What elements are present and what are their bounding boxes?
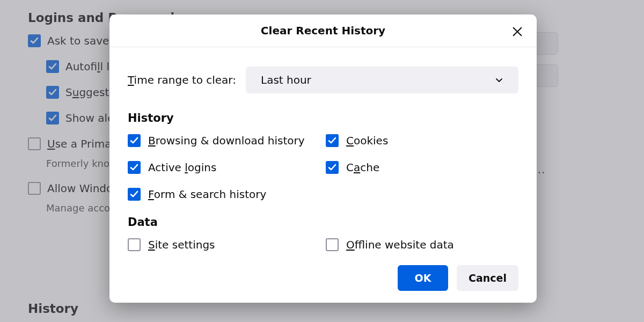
time-range-label: Time range to clear: bbox=[128, 74, 236, 86]
close-button[interactable] bbox=[510, 24, 525, 39]
history-checks-grid: Browsing & download history Cookies Acti… bbox=[128, 134, 518, 201]
checkbox-active-logins[interactable] bbox=[128, 161, 141, 174]
check-item-site-settings: Site settings bbox=[128, 238, 320, 251]
check-item-form: Form & search history bbox=[128, 188, 320, 201]
checkbox-form[interactable] bbox=[128, 188, 141, 201]
chevron-down-icon bbox=[495, 76, 503, 84]
check-item-cookies: Cookies bbox=[326, 134, 518, 147]
dialog-header: Clear Recent History bbox=[109, 14, 537, 47]
check-item-cache: Cache bbox=[326, 161, 518, 174]
check-label: Offline website data bbox=[346, 238, 454, 251]
checkbox-offline-data[interactable] bbox=[326, 238, 339, 251]
clear-history-dialog: Clear Recent History Time range to clear… bbox=[109, 14, 537, 303]
group-title-history: History bbox=[128, 112, 518, 125]
check-label: Form & search history bbox=[148, 188, 266, 201]
check-label: Cookies bbox=[346, 134, 388, 147]
group-title-data: Data bbox=[128, 216, 518, 229]
check-label: Active logins bbox=[148, 161, 216, 174]
checkbox-cache[interactable] bbox=[326, 161, 339, 174]
time-range-value: Last hour bbox=[261, 74, 311, 86]
ok-button[interactable]: OK bbox=[398, 265, 448, 291]
check-label: Site settings bbox=[148, 238, 215, 251]
checkbox-cookies[interactable] bbox=[326, 134, 339, 147]
dialog-title: Clear Recent History bbox=[261, 24, 385, 37]
checkbox-browsing[interactable] bbox=[128, 134, 141, 147]
check-label: Cache bbox=[346, 161, 379, 174]
time-range-row: Time range to clear: Last hour bbox=[128, 67, 518, 93]
checkbox-site-settings[interactable] bbox=[128, 238, 141, 251]
cancel-button[interactable]: Cancel bbox=[457, 265, 518, 291]
check-item-browsing: Browsing & download history bbox=[128, 134, 320, 147]
check-item-active-logins: Active logins bbox=[128, 161, 320, 174]
check-label: Browsing & download history bbox=[148, 134, 305, 147]
close-icon bbox=[511, 26, 523, 38]
time-range-select[interactable]: Last hour bbox=[246, 67, 518, 93]
dialog-footer: OK Cancel bbox=[128, 265, 518, 291]
check-item-offline-data: Offline website data bbox=[326, 238, 518, 251]
data-checks-grid: Site settings Offline website data bbox=[128, 238, 518, 251]
